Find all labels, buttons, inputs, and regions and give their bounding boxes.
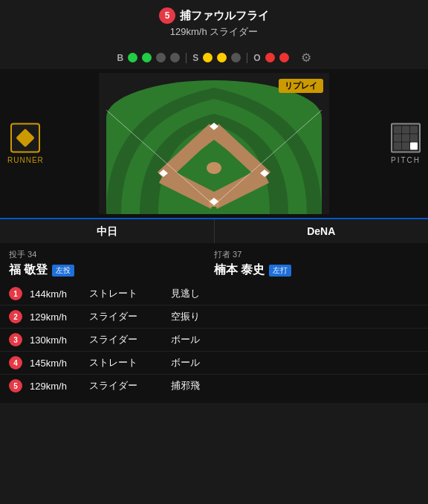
pitch-result: ボール xyxy=(171,356,419,369)
pitcher-block: 投手 34 福 敬登 左投 xyxy=(9,249,214,278)
pitch-result: 空振り xyxy=(171,310,419,323)
out-2 xyxy=(279,53,289,62)
pitch-result: ボール xyxy=(171,333,419,346)
pitch-cell-5 xyxy=(410,135,418,142)
pitch-badge-2: 2 xyxy=(9,310,22,323)
pitch-badge-3: 3 xyxy=(9,333,22,346)
pitch-type: ストレート xyxy=(89,356,171,369)
pitch-badge-1: 1 xyxy=(9,287,22,300)
pitch-cell-2 xyxy=(410,126,418,134)
pitch-log-row: 2 129km/h スライダー 空振り xyxy=(0,305,428,328)
batter-role: 打者 37 xyxy=(214,249,419,260)
pitch-result: 見逃し xyxy=(171,287,419,300)
pitcher-name: 福 敬登 xyxy=(9,262,48,278)
strike-3 xyxy=(231,53,241,62)
runner-diamond xyxy=(16,129,35,147)
scores-section: 中日 DeNA xyxy=(0,218,428,243)
pitch-badge-5: 5 xyxy=(9,379,22,392)
ball-4 xyxy=(170,53,180,62)
svg-point-4 xyxy=(207,162,221,174)
pitch-detail: 129km/h スライダー xyxy=(0,24,428,43)
play-result-text: 捕ファウルフライ xyxy=(180,9,269,23)
pitch-type: スライダー xyxy=(89,333,171,346)
pitch-log: 1 144km/h ストレート 見逃し 2 129km/h スライダー 空振り … xyxy=(0,282,428,403)
pitcher-role: 投手 34 xyxy=(9,249,214,260)
play-result: 5 捕ファウルフライ xyxy=(0,7,428,24)
runner-icon xyxy=(10,123,40,153)
batter-name: 楠本 泰史 xyxy=(214,262,265,278)
pitch-result: 捕邪飛 xyxy=(171,379,419,392)
pitcher-hand: 左投 xyxy=(52,265,74,277)
pitch-log-row: 4 145km/h ストレート ボール xyxy=(0,351,428,374)
pitch-cell-1 xyxy=(402,126,409,134)
pitch-num-col: 4 xyxy=(9,356,30,369)
strikes-label: S xyxy=(192,53,198,63)
pitch-panel-label: PITCH xyxy=(391,156,421,164)
pitch-log-row: 5 129km/h スライダー 捕邪飛 xyxy=(0,374,428,397)
pitch-num-col: 2 xyxy=(9,310,30,323)
batter-name-row: 楠本 泰史 左打 xyxy=(214,262,419,278)
pitch-cell-8 xyxy=(410,143,418,150)
batter-hand: 左打 xyxy=(269,265,291,277)
strike-1 xyxy=(203,53,213,62)
players-section: 投手 34 福 敬登 左投 打者 37 楠本 泰史 左打 xyxy=(0,243,428,282)
team-right: DeNA xyxy=(215,219,429,243)
settings-icon[interactable]: ⚙ xyxy=(301,51,311,65)
pitch-speed: 130km/h xyxy=(30,335,89,346)
bso-row: B S O ⚙ xyxy=(0,46,428,69)
batter-block: 打者 37 楠本 泰史 左打 xyxy=(214,249,419,278)
pitch-type: スライダー xyxy=(89,379,171,392)
team-left: 中日 xyxy=(0,219,214,243)
pitcher-name-row: 福 敬登 左投 xyxy=(9,262,214,278)
pitch-type: ストレート xyxy=(89,287,171,300)
runner-label: RUNNER xyxy=(7,156,44,164)
field-section: RUNNER リプレイ xyxy=(0,69,428,218)
pitch-num-col: 1 xyxy=(9,287,30,300)
pitch-cell-0 xyxy=(394,126,401,134)
balls-label: B xyxy=(117,53,123,63)
pitch-log-row: 3 130km/h スライダー ボール xyxy=(0,328,428,351)
pitch-cell-6 xyxy=(394,143,401,150)
replay-badge[interactable]: リプレイ xyxy=(279,79,323,93)
pitch-speed: 129km/h xyxy=(30,381,89,392)
pitch-grid xyxy=(391,123,421,153)
pitch-type: スライダー xyxy=(89,310,171,323)
pitch-num-col: 5 xyxy=(9,379,30,392)
pitch-log-row: 1 144km/h ストレート 見逃し xyxy=(0,282,428,305)
runner-panel: RUNNER xyxy=(7,123,44,164)
pitch-badge-4: 4 xyxy=(9,356,22,369)
pitch-speed: 145km/h xyxy=(30,358,89,369)
strike-2 xyxy=(217,53,227,62)
play-result-num: 5 xyxy=(159,7,175,24)
pitch-cell-7 xyxy=(402,143,409,150)
top-bar: 5 捕ファウルフライ 129km/h スライダー xyxy=(0,0,428,46)
ball-1 xyxy=(128,53,137,62)
out-1 xyxy=(265,53,275,62)
field-container: リプレイ xyxy=(99,73,329,214)
pitch-speed: 129km/h xyxy=(30,311,89,323)
pitch-cell-3 xyxy=(394,135,401,142)
bso-divider-1 xyxy=(186,53,187,63)
pitch-panel: PITCH xyxy=(391,123,421,164)
pitch-cell-4 xyxy=(402,135,409,142)
bso-divider-2 xyxy=(247,53,247,63)
ball-2 xyxy=(142,53,152,62)
pitch-num-col: 3 xyxy=(9,333,30,346)
outs-label: O xyxy=(253,53,260,63)
ball-3 xyxy=(156,53,166,62)
pitch-speed: 144km/h xyxy=(30,288,89,300)
field-svg xyxy=(99,73,329,214)
